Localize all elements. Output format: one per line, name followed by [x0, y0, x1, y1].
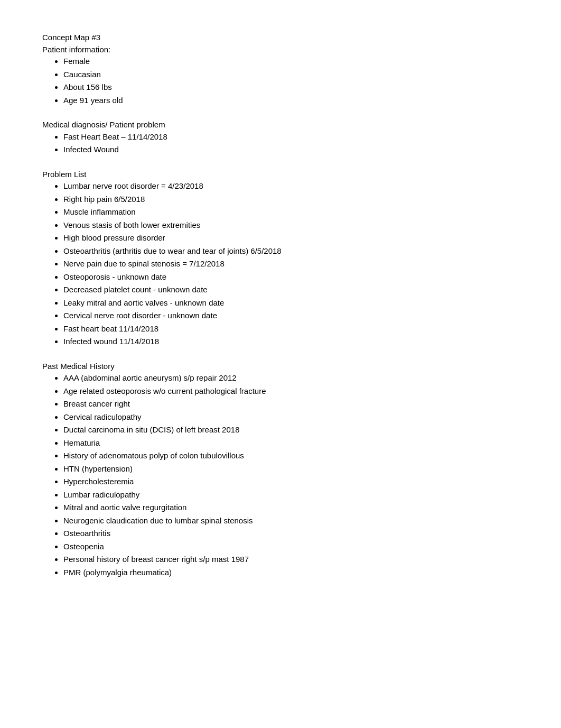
- list-item: Venous stasis of both lower extremities: [63, 219, 519, 232]
- medical-diagnosis-section: Medical diagnosis/ Patient problem Fast …: [42, 119, 519, 156]
- medical-diagnosis-list: Fast Heart Beat – 11/14/2018Infected Wou…: [42, 131, 519, 156]
- list-item: AAA (abdominal aortic aneurysm) s/p repa…: [63, 372, 519, 384]
- list-item: Osteoarthritis: [63, 528, 519, 540]
- list-item: Nerve pain due to spinal stenosis = 7/12…: [63, 258, 519, 270]
- list-item: Osteoporosis - unknown date: [63, 271, 519, 283]
- header-section: Concept Map #3 Patient information: Fema…: [42, 32, 519, 106]
- list-item: Decreased platelet count - unknown date: [63, 284, 519, 296]
- list-item: Breast cancer right: [63, 398, 519, 410]
- list-item: Age 91 years old: [63, 95, 519, 107]
- list-item: Mitral and aortic valve regurgitation: [63, 502, 519, 514]
- list-item: Age related osteoporosis w/o current pat…: [63, 385, 519, 398]
- list-item: Cervical radiculopathy: [63, 411, 519, 423]
- medical-diagnosis-title: Medical diagnosis/ Patient problem: [42, 119, 519, 131]
- past-medical-history-section: Past Medical History AAA (abdominal aort…: [42, 361, 519, 579]
- list-item: Osteoarthritis (arthritis due to wear an…: [63, 245, 519, 257]
- problem-list: Lumbar nerve root disorder = 4/23/2018Ri…: [42, 180, 519, 348]
- list-item: Female: [63, 56, 519, 68]
- list-item: Neurogenic claudication due to lumbar sp…: [63, 515, 519, 527]
- patient-info-label: Patient information:: [42, 44, 519, 56]
- list-item: Lumbar radiculopathy: [63, 489, 519, 501]
- list-item: Cervical nerve root disorder - unknown d…: [63, 310, 519, 322]
- list-item: Lumbar nerve root disorder = 4/23/2018: [63, 180, 519, 192]
- list-item: Personal history of breast cancer right …: [63, 554, 519, 566]
- list-item: About 156 lbs: [63, 81, 519, 94]
- list-item: History of adenomatous polyp of colon tu…: [63, 450, 519, 462]
- list-item: High blood pressure disorder: [63, 232, 519, 244]
- list-item: Hematuria: [63, 437, 519, 449]
- list-item: HTN (hypertension): [63, 463, 519, 475]
- list-item: Infected wound 11/14/2018: [63, 336, 519, 348]
- list-item: Hypercholesteremia: [63, 476, 519, 488]
- list-item: Caucasian: [63, 69, 519, 81]
- list-item: Right hip pain 6/5/2018: [63, 193, 519, 206]
- problem-list-title: Problem List: [42, 169, 519, 181]
- list-item: Fast Heart Beat – 11/14/2018: [63, 131, 519, 143]
- list-item: Fast heart beat 11/14/2018: [63, 323, 519, 335]
- problem-list-section: Problem List Lumbar nerve root disorder …: [42, 169, 519, 348]
- patient-info-list: FemaleCaucasianAbout 156 lbsAge 91 years…: [42, 56, 519, 106]
- past-medical-history-list: AAA (abdominal aortic aneurysm) s/p repa…: [42, 372, 519, 578]
- list-item: Ductal carcinoma in situ (DCIS) of left …: [63, 424, 519, 436]
- page-title: Concept Map #3: [42, 32, 519, 44]
- list-item: Muscle inflammation: [63, 206, 519, 218]
- list-item: PMR (polymyalgia rheumatica): [63, 567, 519, 579]
- past-medical-history-title: Past Medical History: [42, 361, 519, 373]
- list-item: Leaky mitral and aortic valves - unknown…: [63, 297, 519, 309]
- list-item: Osteopenia: [63, 541, 519, 553]
- list-item: Infected Wound: [63, 144, 519, 156]
